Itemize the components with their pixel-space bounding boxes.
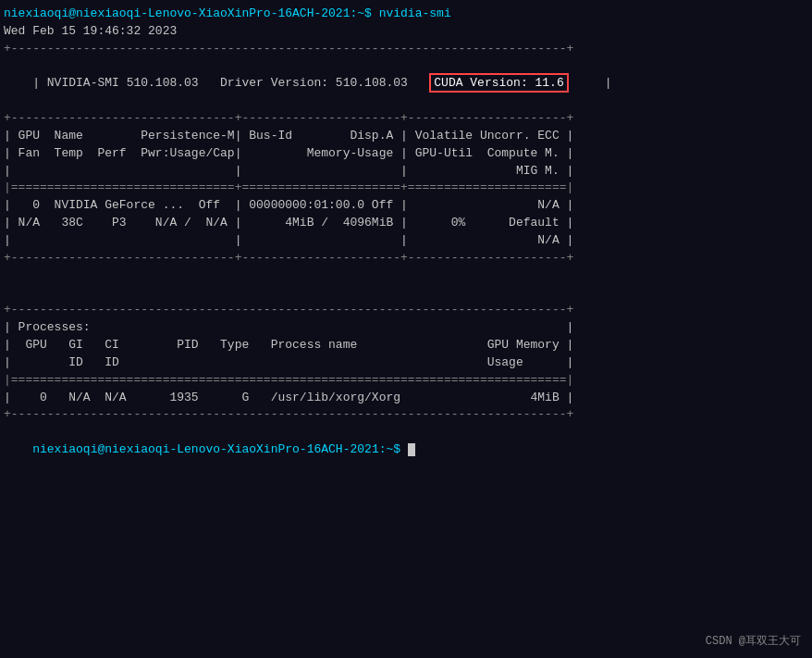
datetime-line: Wed Feb 15 19:46:32 2023 [0, 23, 812, 41]
separator-6: |=======================================… [0, 372, 812, 390]
watermark: CSDN @耳双王大可 [706, 633, 801, 649]
smi-text: | NVIDIA-SMI 510.108.03 Driver Version: … [32, 76, 429, 90]
prompt-text: niexiaoqi@niexiaoqi-Lenovo-XiaoXinPro-16… [32, 442, 408, 456]
command-line: niexiaoqi@niexiaoqi-Lenovo-XiaoXinPro-16… [0, 6, 812, 23]
separator-3: |===============================+=======… [0, 180, 812, 197]
gpu-row-1: | 0 NVIDIA GeForce ... Off | 00000000:01… [0, 197, 812, 215]
gpu-header-2: | Fan Temp Perf Pwr:Usage/Cap| Memory-Us… [0, 145, 812, 163]
gpu-header-1: | GPU Name Persistence-M| Bus-Id Disp.A … [0, 128, 812, 145]
proc-col-2: | ID ID Usage | [0, 354, 812, 372]
proc-row: | 0 N/A N/A 1935 G /usr/lib/xorg/Xorg 4M… [0, 390, 812, 407]
gpu-header-3: | | | MIG M. | [0, 163, 812, 180]
gpu-row-2: | N/A 38C P3 N/A / N/A | 4MiB / 4096MiB … [0, 215, 812, 232]
blank-2 [0, 285, 812, 303]
proc-header: | Processes: | [0, 319, 812, 337]
gpu-row-3: | | | N/A | [0, 232, 812, 250]
prompt-line-2: niexiaoqi@niexiaoqi-Lenovo-XiaoXinPro-16… [0, 424, 812, 477]
smi-header-line: | NVIDIA-SMI 510.108.03 Driver Version: … [0, 58, 812, 111]
smi-line-end: | [569, 76, 612, 90]
separator-4: +-------------------------------+-------… [0, 250, 812, 267]
separator-2: +-------------------------------+-------… [0, 110, 812, 128]
proc-col-1: | GPU GI CI PID Type Process name GPU Me… [0, 337, 812, 354]
cuda-highlight-box: CUDA Version: 11.6 [429, 73, 568, 93]
cursor [408, 443, 415, 456]
terminal-window: niexiaoqi@niexiaoqi-Lenovo-XiaoXinPro-16… [0, 0, 812, 658]
separator-7: +---------------------------------------… [0, 406, 812, 424]
separator-1: +---------------------------------------… [0, 41, 812, 58]
separator-5: +---------------------------------------… [0, 302, 812, 319]
blank-1 [0, 267, 812, 285]
